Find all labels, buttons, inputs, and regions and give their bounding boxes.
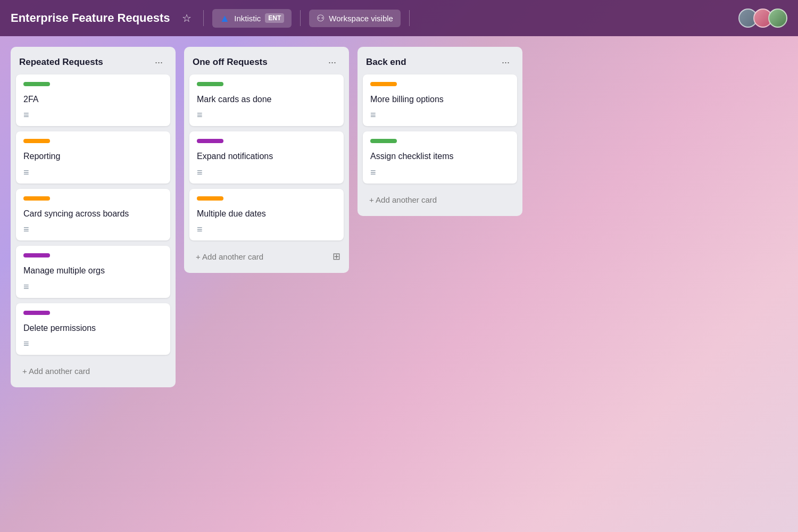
- description-icon-manage-orgs: ≡: [23, 281, 163, 293]
- star-button[interactable]: ☆: [179, 9, 195, 28]
- header-divider-1: [203, 10, 204, 26]
- add-card-button-back-end[interactable]: + Add another card: [363, 190, 517, 210]
- list-title-one-off-requests: One off Requests: [193, 57, 268, 68]
- card-card-syncing[interactable]: Card syncing across boards≡: [16, 189, 170, 240]
- board-header: Enterprise Feature Requests ☆ ▲ Inktisti…: [0, 0, 798, 36]
- description-icon-mark-done: ≡: [197, 110, 336, 121]
- list-header-back-end: Back end···: [363, 53, 517, 74]
- workspace-name: Inktistic: [234, 14, 261, 23]
- card-label-reporting: [23, 139, 50, 143]
- card-2fa[interactable]: 2FA≡✏: [16, 74, 170, 126]
- add-card-row-repeated-requests: + Add another card: [16, 360, 170, 381]
- visibility-label: Workspace visible: [329, 14, 393, 23]
- list-title-repeated-requests: Repeated Requests: [19, 57, 103, 68]
- star-icon: ☆: [182, 12, 192, 24]
- list-menu-button-repeated-requests[interactable]: ···: [151, 55, 167, 69]
- description-icon-assign-checklist: ≡: [370, 167, 510, 178]
- description-icon-multiple-dates: ≡: [197, 224, 336, 235]
- description-icon-expand-notif: ≡: [197, 167, 336, 178]
- card-multiple-dates[interactable]: Multiple due dates≡: [189, 189, 344, 240]
- card-label-2fa: [23, 82, 50, 86]
- card-label-card-syncing: [23, 196, 50, 201]
- card-title-card-syncing: Card syncing across boards: [23, 208, 163, 220]
- list-title-back-end: Back end: [366, 57, 406, 68]
- add-card-row-back-end: + Add another card: [363, 189, 517, 210]
- person-icon: ⚇: [317, 13, 325, 24]
- card-title-delete-perms: Delete permissions: [23, 322, 163, 334]
- card-reporting[interactable]: Reporting≡: [16, 131, 170, 183]
- template-button-one-off-requests[interactable]: ⊞: [329, 247, 344, 265]
- card-more-billing[interactable]: More billing options≡: [363, 74, 517, 126]
- board-content: Repeated Requests···2FA≡✏Reporting≡Card …: [0, 36, 798, 398]
- header-divider-2: [300, 10, 301, 26]
- card-label-manage-orgs: [23, 253, 50, 257]
- card-manage-orgs[interactable]: Manage multiple orgs≡: [16, 246, 170, 297]
- avatar-group: [738, 9, 787, 28]
- card-label-expand-notif: [197, 139, 223, 143]
- card-delete-perms[interactable]: Delete permissions≡: [16, 303, 170, 355]
- description-icon-card-syncing: ≡: [23, 224, 163, 235]
- list-header-one-off-requests: One off Requests···: [189, 53, 344, 74]
- card-label-mark-done: [197, 82, 223, 86]
- board-title: Enterprise Feature Requests: [11, 11, 170, 25]
- card-mark-done[interactable]: Mark cards as done≡: [189, 74, 344, 126]
- trello-logo-icon: ▲: [220, 12, 230, 24]
- add-card-button-one-off-requests[interactable]: + Add another card: [189, 247, 329, 267]
- workspace-button[interactable]: ▲ Inktistic ENT: [212, 9, 292, 28]
- card-label-delete-perms: [23, 311, 50, 315]
- card-title-assign-checklist: Assign checklist items: [370, 151, 510, 162]
- header-right: [738, 9, 787, 28]
- card-title-reporting: Reporting: [23, 151, 163, 162]
- list-menu-button-back-end[interactable]: ···: [497, 55, 514, 69]
- card-title-multiple-dates: Multiple due dates: [197, 208, 336, 220]
- list-header-repeated-requests: Repeated Requests···: [16, 53, 170, 74]
- card-label-more-billing: [370, 82, 397, 86]
- list-one-off-requests: One off Requests···Mark cards as done≡Ex…: [184, 47, 349, 273]
- avatar-3[interactable]: [768, 9, 787, 28]
- card-label-assign-checklist: [370, 139, 397, 143]
- card-title-manage-orgs: Manage multiple orgs: [23, 265, 163, 277]
- card-assign-checklist[interactable]: Assign checklist items≡: [363, 131, 517, 183]
- ent-badge: ENT: [265, 13, 284, 23]
- description-icon-reporting: ≡: [23, 167, 163, 178]
- list-repeated-requests: Repeated Requests···2FA≡✏Reporting≡Card …: [11, 47, 176, 387]
- add-card-row-one-off-requests: + Add another card⊞: [189, 246, 344, 267]
- card-label-multiple-dates: [197, 196, 223, 201]
- description-icon-2fa: ≡: [23, 110, 163, 121]
- add-card-button-repeated-requests[interactable]: + Add another card: [16, 361, 170, 381]
- card-title-more-billing: More billing options: [370, 94, 510, 105]
- card-title-2fa: 2FA: [23, 94, 163, 105]
- card-title-mark-done: Mark cards as done: [197, 94, 336, 105]
- list-back-end: Back end···More billing options≡Assign c…: [358, 47, 522, 216]
- description-icon-more-billing: ≡: [370, 110, 510, 121]
- workspace-visible-button[interactable]: ⚇ Workspace visible: [309, 10, 401, 27]
- card-title-expand-notif: Expand notifications: [197, 151, 336, 162]
- description-icon-delete-perms: ≡: [23, 338, 163, 350]
- header-divider-3: [409, 10, 410, 26]
- list-menu-button-one-off-requests[interactable]: ···: [324, 55, 340, 69]
- card-expand-notif[interactable]: Expand notifications≡: [189, 131, 344, 183]
